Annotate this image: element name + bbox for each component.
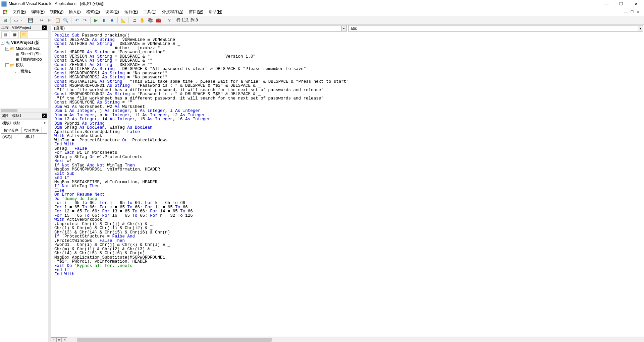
toolbox-button[interactable]: 🧰 <box>155 17 162 24</box>
workbook-icon: ▦ <box>15 57 19 62</box>
modules-folder[interactable]: − 📂 模块 <box>1 62 47 68</box>
object-dropdown[interactable]: (通用) ▾ <box>52 25 347 31</box>
menu-item[interactable]: 工具(T) <box>141 8 159 16</box>
svg-point-4 <box>3 12 5 14</box>
break-button[interactable]: ⏸ <box>100 17 108 24</box>
menu-item[interactable]: 调试(D) <box>103 8 122 16</box>
mdi-close-button[interactable]: ✕ <box>635 10 641 14</box>
folder-icon: 📂 <box>10 63 15 68</box>
menu-item[interactable]: 外接程序(A) <box>159 8 186 16</box>
thisworkbook-node[interactable]: ▦ ThisWorkbo <box>1 57 47 62</box>
folder-icon: 📂 <box>10 46 15 51</box>
cut-button[interactable]: ✂ <box>38 17 45 24</box>
find-button[interactable]: 🔍 <box>62 17 69 24</box>
chevron-down-icon[interactable]: ▾ <box>44 121 46 125</box>
insert-dropdown-icon[interactable]: ▾ <box>20 19 23 22</box>
project-panel-header: 工程 - VBAProject ✕ <box>0 25 48 31</box>
chevron-down-icon[interactable]: ▾ <box>341 26 346 31</box>
properties-button[interactable]: ✋ <box>139 17 146 24</box>
project-icon: 🔩 <box>5 41 10 45</box>
scroll-thumb[interactable] <box>77 338 272 342</box>
object-browser-button[interactable]: 📚 <box>147 17 154 24</box>
view-excel-button[interactable]: ⊞ <box>1 17 9 24</box>
menubar: 文件(F)编辑(E)视图(V)插入(I)格式(O)调试(D)运行(R)工具(T)… <box>0 8 644 16</box>
toolbar: ⊞ ▭ ▾ 💾 ✂ ⎘ 📋 🔍 ↶ ↷ ▶ ⏸ ■ 📐 🗂 ✋ 📚 🧰 ? 行 … <box>0 16 644 25</box>
vba-logo-icon <box>2 9 8 15</box>
collapse-icon[interactable]: − <box>5 47 9 51</box>
project-panel-close-button[interactable]: ✕ <box>42 25 47 30</box>
toggle-folders-button[interactable]: 📁 <box>20 31 28 38</box>
sheet1-node[interactable]: ▦ Sheet1 (Sh <box>1 51 47 57</box>
menu-item[interactable]: 视图(V) <box>47 8 66 16</box>
project-panel-title: 工程 - VBAProject <box>1 25 31 30</box>
project-explorer-button[interactable]: 🗂 <box>130 17 138 24</box>
property-row[interactable]: (名称) 模块1 <box>1 134 47 140</box>
editor-hscrollbar[interactable]: ≡ ▭ ◂ <box>51 337 644 342</box>
svg-point-2 <box>3 10 5 12</box>
vertical-splitter[interactable] <box>48 25 51 342</box>
full-module-view-button[interactable]: ≡ <box>51 337 56 342</box>
svg-point-3 <box>5 10 7 12</box>
paste-button[interactable]: 📋 <box>54 17 61 24</box>
property-name: (名称) <box>1 134 24 140</box>
menu-item[interactable]: 格式(O) <box>84 8 103 16</box>
view-object-button[interactable]: ▦ <box>11 31 19 38</box>
procedure-dropdown[interactable]: abc ▾ <box>348 25 643 31</box>
excel-objects-folder[interactable]: − 📂 Microsoft Exc <box>1 46 47 51</box>
worksheet-icon: ▦ <box>15 52 19 56</box>
reset-button[interactable]: ■ <box>108 17 116 24</box>
project-toolbar: ▤ ▦ 📁 <box>0 31 48 39</box>
chevron-down-icon[interactable]: ▾ <box>638 26 643 31</box>
procedure-view-button[interactable]: ▭ <box>56 337 62 342</box>
tab-categorized[interactable]: 按分类序 <box>21 127 42 133</box>
tab-alphabetic[interactable]: 按字母序 <box>1 127 21 133</box>
svg-point-5 <box>5 12 7 14</box>
menu-item[interactable]: 帮助(H) <box>206 8 225 16</box>
property-object-selector[interactable]: 模块1 模块 ▾ <box>1 120 47 126</box>
module-icon: ⋮⋮ <box>15 69 19 74</box>
copy-button[interactable]: ⎘ <box>46 17 53 24</box>
properties-panel-title: 属性 - 模块1 <box>1 113 21 118</box>
project-hscrollbar[interactable] <box>0 108 48 113</box>
minimize-button[interactable]: — <box>600 1 613 7</box>
mdi-restore-button[interactable]: ❐ <box>629 10 635 14</box>
mdi-window-controls: — ❐ ✕ <box>623 10 642 14</box>
collapse-icon[interactable]: − <box>1 41 4 45</box>
svg-rect-1 <box>2 2 6 6</box>
menu-item[interactable]: 插入(I) <box>66 8 83 16</box>
mdi-minimize-button[interactable]: — <box>623 10 629 14</box>
help-button[interactable]: ? <box>166 17 173 24</box>
insert-object-button[interactable]: ▭ <box>12 17 20 24</box>
run-button[interactable]: ▶ <box>92 17 100 24</box>
close-button[interactable]: ✕ <box>629 1 643 7</box>
code-editor[interactable]: Public Sub Password_cracking()Const DBLS… <box>51 32 644 337</box>
menu-item[interactable]: 运行(R) <box>122 8 141 16</box>
app-icon <box>1 1 7 7</box>
menu-item[interactable]: 窗口(W) <box>186 8 206 16</box>
property-value[interactable]: 模块1 <box>24 134 47 140</box>
properties-panel-close-button[interactable]: ✕ <box>42 114 47 118</box>
properties-panel-header: 属性 - 模块1 ✕ <box>0 113 48 119</box>
titlebar: Microsoft Visual Basic for Applications … <box>0 0 644 8</box>
project-root[interactable]: − 🔩 VBAProject (新 <box>1 40 47 46</box>
cursor-position: 行 113, 列 8 <box>176 17 198 23</box>
window-title: Microsoft Visual Basic for Applications … <box>9 1 600 7</box>
menu-item[interactable]: 文件(F) <box>10 8 29 16</box>
save-button[interactable]: 💾 <box>27 17 34 24</box>
undo-button[interactable]: ↶ <box>73 17 80 24</box>
collapse-icon[interactable]: − <box>5 63 9 67</box>
property-grid[interactable]: (名称) 模块1 <box>1 134 47 342</box>
maximize-button[interactable]: ☐ <box>614 1 628 7</box>
project-tree[interactable]: − 🔩 VBAProject (新 − 📂 Microsoft Exc ▦ Sh… <box>0 39 48 108</box>
scroll-left-icon[interactable]: ◂ <box>62 337 67 342</box>
design-mode-button[interactable]: 📐 <box>119 17 127 24</box>
module1-node[interactable]: ⋮⋮ 模块1 <box>1 68 47 75</box>
view-code-button[interactable]: ▤ <box>1 31 9 38</box>
redo-button[interactable]: ↷ <box>81 17 89 24</box>
menu-item[interactable]: 编辑(E) <box>29 8 47 16</box>
